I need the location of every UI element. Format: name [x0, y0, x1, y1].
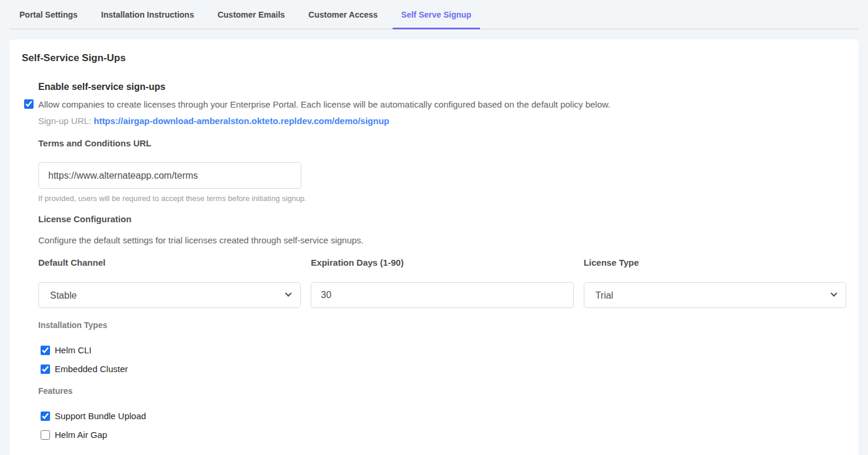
signup-url-line: Sign-up URL: https://airgap-download-amb… — [38, 115, 846, 127]
signup-url-label: Sign-up URL: — [38, 116, 91, 126]
default-channel-field: Default Channel Stable — [38, 256, 301, 308]
helm-air-gap-label: Helm Air Gap — [55, 429, 107, 441]
tab-bar: Portal Settings Installation Instruction… — [9, 0, 859, 29]
license-config-description: Configure the default settings for trial… — [38, 234, 846, 246]
enable-signups-row: Allow companies to create licenses throu… — [24, 98, 846, 111]
signup-url-link[interactable]: https://airgap-download-amberalston.okte… — [94, 116, 389, 126]
embedded-cluster-checkbox[interactable] — [41, 364, 50, 374]
helm-cli-label: Helm CLI — [55, 344, 92, 356]
helm-cli-checkbox[interactable] — [41, 346, 50, 355]
license-type-select[interactable]: Trial — [584, 282, 846, 308]
embedded-cluster-option: Embedded Cluster — [41, 363, 128, 375]
tab-customer-emails[interactable]: Customer Emails — [209, 0, 294, 29]
page-title: Self-Service Sign-Ups — [22, 52, 846, 64]
terms-url-helper: If provided, users will be required to a… — [38, 193, 846, 204]
tab-customer-access[interactable]: Customer Access — [300, 0, 387, 29]
tab-installation-instructions[interactable]: Installation Instructions — [92, 0, 203, 29]
embedded-cluster-label: Embedded Cluster — [55, 363, 128, 375]
self-serve-signup-card: Self-Service Sign-Ups Enable self-servic… — [9, 39, 859, 455]
helm-air-gap-option: Helm Air Gap — [41, 429, 107, 441]
terms-url-input[interactable] — [38, 162, 301, 189]
license-type-label: License Type — [584, 256, 846, 269]
signup-settings-form: Terms and Conditions URL If provided, us… — [38, 137, 846, 441]
license-type-field: License Type Trial — [584, 256, 846, 308]
tab-self-serve-signup[interactable]: Self Serve Signup — [393, 0, 480, 29]
features-label: Features — [38, 386, 846, 397]
expiration-days-label: Expiration Days (1-90) — [311, 256, 573, 269]
enable-signups-checkbox[interactable] — [24, 99, 34, 109]
enable-signups-heading: Enable self-service sign-ups — [38, 81, 846, 92]
support-bundle-upload-checkbox[interactable] — [41, 411, 50, 421]
support-bundle-upload-label: Support Bundle Upload — [55, 410, 146, 422]
default-channel-label: Default Channel — [38, 256, 301, 269]
license-config-heading: License Configuration — [38, 213, 846, 225]
tab-portal-settings[interactable]: Portal Settings — [11, 0, 87, 29]
default-channel-select[interactable]: Stable — [38, 282, 301, 308]
enable-signups-description: Allow companies to create licenses throu… — [38, 98, 610, 111]
expiration-days-field: Expiration Days (1-90) — [311, 256, 573, 308]
expiration-days-input[interactable] — [311, 282, 573, 308]
installation-types-label: Installation Types — [38, 320, 846, 331]
helm-air-gap-checkbox[interactable] — [41, 430, 50, 440]
license-config-fields: Default Channel Stable Expiration Days (… — [38, 256, 846, 308]
support-bundle-upload-option: Support Bundle Upload — [41, 410, 146, 422]
helm-cli-option: Helm CLI — [41, 344, 92, 356]
tab-list: Portal Settings Installation Instruction… — [9, 0, 480, 29]
terms-url-label: Terms and Conditions URL — [38, 137, 846, 149]
